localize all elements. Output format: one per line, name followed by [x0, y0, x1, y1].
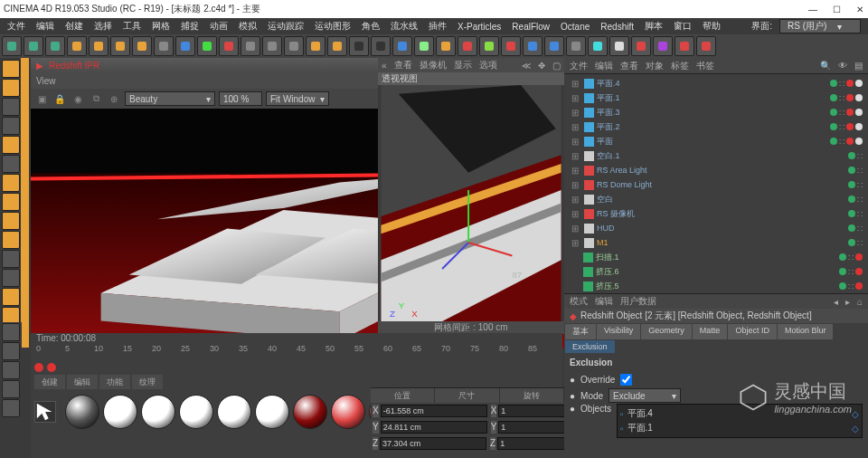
persp-move-icon[interactable]: ✥: [538, 61, 545, 71]
toolbar-btn-12[interactable]: [262, 36, 282, 56]
left-tool-0[interactable]: [2, 60, 20, 78]
left-tool-7[interactable]: [2, 193, 20, 211]
persp-chev-icon[interactable]: ≪: [522, 61, 531, 71]
bottom-tool-1[interactable]: [2, 342, 20, 360]
attr-tab-geometry[interactable]: Geometry: [641, 324, 692, 339]
menu-17[interactable]: Redshift: [597, 22, 637, 32]
menu-11[interactable]: 角色: [358, 20, 383, 33]
toolbar-btn-27[interactable]: [588, 36, 608, 56]
vis-dot[interactable]: [830, 80, 837, 87]
tag[interactable]: [855, 268, 863, 275]
menu-19[interactable]: 窗口: [670, 20, 695, 33]
om-menu[interactable]: 查看: [620, 60, 638, 72]
layer-dot[interactable]: ∷: [857, 195, 863, 205]
minimize-button[interactable]: —: [808, 5, 817, 14]
tag-rs[interactable]: [846, 94, 854, 101]
om-item[interactable]: ⊞空白.1∷: [566, 148, 866, 163]
bottom-tool-3[interactable]: [2, 380, 20, 398]
perspective-viewport[interactable]: Y X Z 87: [378, 85, 564, 321]
left-tool-4[interactable]: [2, 136, 20, 154]
close-button[interactable]: ✕: [855, 5, 864, 14]
expand-icon[interactable]: ⊞: [570, 179, 580, 190]
om-item[interactable]: ⊞RS 摄像机∷: [566, 206, 866, 221]
menu-2[interactable]: 创建: [61, 20, 87, 33]
menu-0[interactable]: 文件: [4, 20, 29, 33]
toolbar-btn-24[interactable]: [523, 36, 542, 56]
layer-dot[interactable]: ∷: [857, 180, 863, 190]
toolbar-btn-17[interactable]: [371, 36, 391, 56]
om-menu[interactable]: 标签: [671, 60, 689, 72]
attr-menu[interactable]: 编辑: [595, 295, 613, 308]
layout-selector[interactable]: RS (用户)▾: [779, 19, 861, 33]
excl-obj[interactable]: 平面.4: [627, 407, 653, 420]
link-icon[interactable]: ◇: [852, 409, 859, 419]
toolbar-btn-8[interactable]: [175, 36, 195, 56]
maximize-button[interactable]: ☐: [832, 5, 841, 14]
expand-icon[interactable]: ⊞: [570, 78, 580, 89]
tag-mat[interactable]: [855, 80, 863, 87]
tag-rs[interactable]: [846, 138, 854, 145]
vis-dot[interactable]: [848, 239, 855, 246]
persp-menu[interactable]: 查看: [394, 59, 412, 72]
attr-tab-exclusion[interactable]: Exclusion: [565, 340, 615, 353]
om-item[interactable]: ⊞平面.1∷: [566, 91, 866, 105]
menu-8[interactable]: 模拟: [235, 20, 260, 33]
vis-dot[interactable]: [839, 253, 846, 261]
om-item[interactable]: 挤压.5∷: [566, 279, 866, 293]
left-tool-9[interactable]: [2, 231, 20, 249]
objects-list[interactable]: ▫平面.4◇▫平面.1◇: [617, 404, 863, 438]
toolbar-btn-28[interactable]: [609, 36, 629, 56]
tag[interactable]: [855, 253, 863, 261]
om-item[interactable]: ⊞RS Area Light∷: [566, 163, 866, 177]
layer-dot[interactable]: ∷: [839, 93, 844, 103]
vis-dot[interactable]: [848, 196, 855, 203]
vis-dot[interactable]: [839, 282, 846, 290]
om-menu[interactable]: 文件: [570, 60, 588, 72]
tag-mat[interactable]: [855, 138, 863, 145]
mode-select[interactable]: Exclude▾: [609, 388, 681, 403]
layer-dot[interactable]: ∷: [848, 281, 854, 291]
expand-icon[interactable]: ⊞: [570, 208, 580, 219]
vis-dot[interactable]: [848, 167, 855, 174]
om-filter-icon[interactable]: ▤: [854, 61, 863, 71]
toolbar-btn-25[interactable]: [544, 36, 564, 56]
attr-tab-object-id[interactable]: Object ID: [728, 324, 777, 339]
left-tool-8[interactable]: [2, 212, 20, 230]
material-tab-3[interactable]: 纹理: [132, 375, 163, 389]
toolbar-btn-0[interactable]: [2, 36, 22, 56]
tag-rs[interactable]: [846, 80, 854, 87]
persp-max-icon[interactable]: ▢: [552, 61, 561, 71]
toolbar-btn-9[interactable]: [197, 36, 217, 56]
left-tool-12[interactable]: [2, 288, 20, 306]
material-ball-1[interactable]: [103, 395, 137, 429]
layer-dot[interactable]: ∷: [857, 209, 863, 219]
material-ball-7[interactable]: [331, 395, 365, 429]
layer-dot[interactable]: ∷: [839, 122, 844, 132]
layer-dot[interactable]: ∷: [857, 238, 863, 248]
material-ball-6[interactable]: [293, 395, 327, 429]
om-item[interactable]: 挤压.6∷: [566, 264, 866, 279]
toolbar-btn-30[interactable]: [653, 36, 673, 56]
layer-dot[interactable]: ∷: [848, 253, 854, 262]
expand-icon[interactable]: ⊞: [570, 150, 580, 161]
toolbar-btn-13[interactable]: [284, 36, 304, 56]
om-item[interactable]: ⊞平面.2∷: [566, 119, 866, 134]
menu-10[interactable]: 运动图形: [311, 20, 354, 33]
toolbar-btn-29[interactable]: [631, 36, 651, 56]
persp-menu[interactable]: 摄像机: [420, 59, 447, 72]
toolbar-btn-3[interactable]: [67, 36, 87, 56]
layer-dot[interactable]: ∷: [857, 151, 863, 161]
om-item[interactable]: ⊞平面.3∷: [566, 105, 866, 119]
attr-menu[interactable]: 模式: [570, 295, 588, 308]
ipr-view-tab[interactable]: View: [36, 76, 56, 86]
material-ball-5[interactable]: [255, 395, 289, 429]
toolbar-btn-14[interactable]: [306, 36, 326, 56]
material-tab-2[interactable]: 功能: [99, 375, 130, 389]
om-search-icon[interactable]: 🔍: [820, 61, 831, 71]
menu-14[interactable]: X-Particles: [454, 22, 505, 32]
toolbar-btn-22[interactable]: [479, 36, 499, 56]
ipr-snapshot-icon[interactable]: ◉: [71, 91, 85, 106]
attr-home-icon[interactable]: ⌂: [857, 297, 863, 307]
menu-12[interactable]: 流水线: [387, 20, 421, 33]
tag-rs[interactable]: [846, 123, 854, 130]
